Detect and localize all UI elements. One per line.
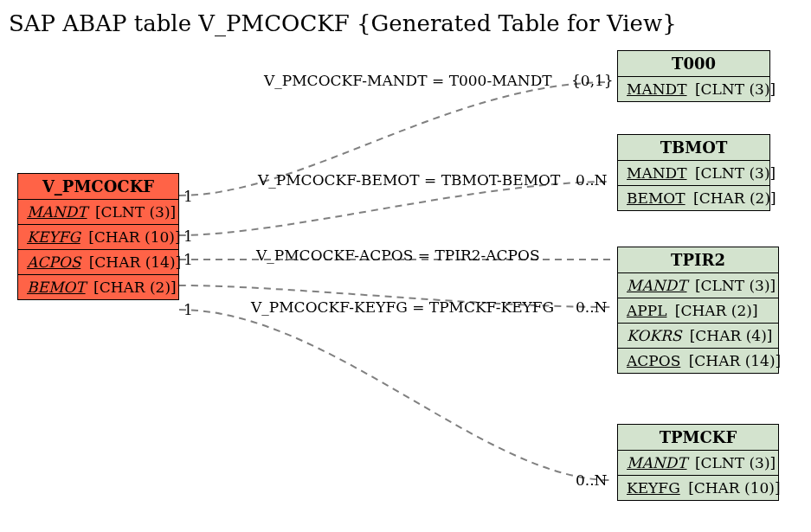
cardinality-left: 1 <box>183 251 193 268</box>
cardinality-left: 1 <box>183 188 193 205</box>
relation-label: V_PMCOCKF-MANDT = T000-MANDT <box>264 72 552 89</box>
cardinality-right: {0,1} <box>571 72 614 89</box>
table-tbmot: TBMOT MANDT [CLNT (3)] BEMOT [CHAR (2)] <box>617 134 770 211</box>
table-row: KEYFG [CHAR (10)] <box>618 476 778 500</box>
table-row: MANDT [CLNT (3)] <box>18 200 178 225</box>
table-row: MANDT [CLNT (3)] <box>618 273 778 298</box>
table-row: BEMOT [CHAR (2)] <box>18 275 178 299</box>
table-row: MANDT [CLNT (3)] <box>618 77 769 101</box>
cardinality-right: 0..N <box>576 298 608 316</box>
relation-label: V_PMCOCKF-ACPOS = TPIR2-ACPOS <box>256 247 540 264</box>
table-header: T000 <box>618 51 769 77</box>
table-row: MANDT [CLNT (3)] <box>618 161 769 186</box>
table-row: ACPOS [CHAR (14)] <box>618 349 778 373</box>
table-row: MANDT [CLNT (3)] <box>618 451 778 476</box>
cardinality-left: 1 <box>183 301 193 318</box>
relation-label: V_PMCOCKF-KEYFG = TPMCKF-KEYFG <box>251 298 554 316</box>
cardinality-right: 0..N <box>576 471 608 489</box>
table-v-pmcockf: V_PMCOCKF MANDT [CLNT (3)] KEYFG [CHAR (… <box>17 173 179 300</box>
table-tpir2: TPIR2 MANDT [CLNT (3)] APPL [CHAR (2)] K… <box>617 247 779 374</box>
table-row: APPL [CHAR (2)] <box>618 298 778 324</box>
table-t000: T000 MANDT [CLNT (3)] <box>617 50 770 102</box>
page-title: SAP ABAP table V_PMCOCKF {Generated Tabl… <box>9 10 677 36</box>
table-header: TPMCKF <box>618 425 778 451</box>
table-row: ACPOS [CHAR (14)] <box>18 250 178 275</box>
table-header: V_PMCOCKF <box>18 174 178 200</box>
relation-label: V_PMCOCKF-BEMOT = TBMOT-BEMOT <box>258 171 560 189</box>
table-header: TPIR2 <box>618 247 778 273</box>
table-row: BEMOT [CHAR (2)] <box>618 186 769 210</box>
table-row: KOKRS [CHAR (4)] <box>618 324 778 349</box>
table-header: TBMOT <box>618 135 769 161</box>
table-row: KEYFG [CHAR (10)] <box>18 225 178 250</box>
cardinality-left: 1 <box>183 228 193 245</box>
table-tpmckf: TPMCKF MANDT [CLNT (3)] KEYFG [CHAR (10)… <box>617 424 779 501</box>
cardinality-right: 0..N <box>576 171 608 189</box>
